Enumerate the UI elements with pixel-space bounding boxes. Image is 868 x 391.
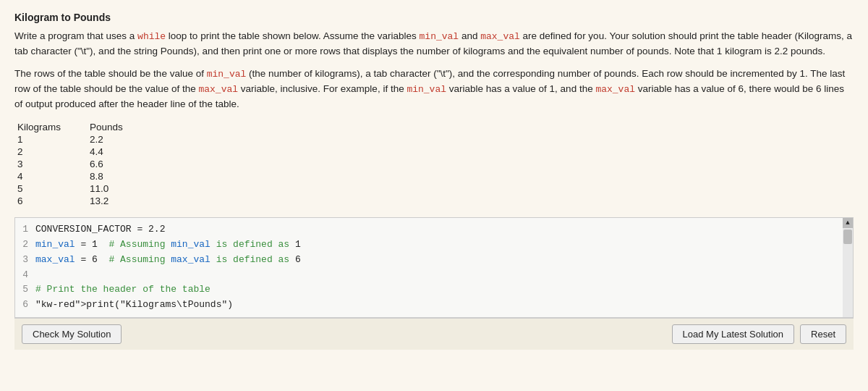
table-cell: 4.4 [90, 146, 152, 158]
table-row: 511.0 [17, 182, 152, 195]
load-solution-button[interactable]: Load My Latest Solution [672, 324, 794, 344]
col-header-kilograms: Kilograms [17, 121, 90, 133]
line-number: 5 [21, 282, 28, 298]
table-cell: 6 [17, 195, 90, 207]
table-cell: 6.6 [90, 158, 152, 170]
line-number: 3 [21, 253, 28, 268]
table-cell: 4 [17, 170, 90, 182]
reset-button[interactable]: Reset [800, 324, 846, 344]
line-number: 4 [21, 268, 28, 283]
footer-right: Load My Latest Solution Reset [672, 324, 846, 344]
col-header-pounds: Pounds [90, 121, 152, 133]
table-cell: 8.8 [90, 170, 152, 182]
scrollbar-up-arrow[interactable]: ▲ [843, 218, 853, 228]
line-number: 1 [21, 222, 28, 237]
problem-paragraph-2: The rows of the table should be the valu… [14, 67, 854, 112]
kg-pounds-table-section: Kilograms Pounds 12.224.436.648.8511.061… [14, 121, 854, 207]
max-val-code-1: max_val [480, 31, 520, 42]
line-number: 6 [21, 298, 28, 313]
min-val-code-2: min_val [207, 69, 247, 80]
table-row: 24.4 [17, 146, 152, 158]
code-line: # Print the header of the table [35, 282, 838, 298]
problem-text: Write a program that uses a while loop t… [14, 29, 854, 112]
scrollbar-track[interactable]: ▲ [843, 218, 853, 317]
table-cell: 2.2 [90, 133, 152, 146]
max-val-code-3: max_val [595, 84, 635, 95]
table-cell: 11.0 [90, 182, 152, 195]
min-val-code-1: min_val [420, 31, 459, 42]
table-cell: 5 [17, 182, 90, 195]
problem-title: Kilogram to Pounds [14, 12, 854, 23]
footer-left: Check My Solution [22, 324, 122, 344]
code-editor-inner: 123456 CONVERSION_FACTOR = 2.2min_val = … [15, 218, 853, 317]
line-number: 2 [21, 237, 28, 253]
kg-pounds-table: Kilograms Pounds 12.224.436.648.8511.061… [17, 121, 152, 207]
table-row: 36.6 [17, 158, 152, 170]
table-cell: 13.2 [90, 195, 152, 207]
scrollbar-thumb[interactable] [843, 230, 852, 244]
min-val-code-3: min_val [407, 84, 446, 95]
code-line: "kw-red">print("Kilograms\tPounds") [35, 298, 838, 313]
problem-paragraph-1: Write a program that uses a while loop t… [14, 29, 854, 59]
table-row: 48.8 [17, 170, 152, 182]
code-line: CONVERSION_FACTOR = 2.2 [35, 222, 838, 237]
table-cell: 3 [17, 158, 90, 170]
main-container: Kilogram to Pounds Write a program that … [0, 0, 868, 391]
table-cell: 2 [17, 146, 90, 158]
footer-bar: Check My Solution Load My Latest Solutio… [14, 318, 854, 350]
code-content[interactable]: CONVERSION_FACTOR = 2.2min_val = 1 # Ass… [35, 222, 853, 313]
max-val-code-2: max_val [198, 84, 238, 95]
check-solution-button[interactable]: Check My Solution [22, 324, 122, 344]
line-numbers: 123456 [15, 222, 35, 313]
while-code: while [137, 31, 166, 42]
code-editor[interactable]: 123456 CONVERSION_FACTOR = 2.2min_val = … [14, 217, 854, 318]
table-row: 12.2 [17, 133, 152, 146]
table-row: 613.2 [17, 195, 152, 207]
code-line: min_val = 1 # Assuming min_val is define… [35, 237, 838, 253]
table-cell: 1 [17, 133, 90, 146]
code-line [35, 268, 838, 283]
code-line: max_val = 6 # Assuming max_val is define… [35, 253, 838, 268]
